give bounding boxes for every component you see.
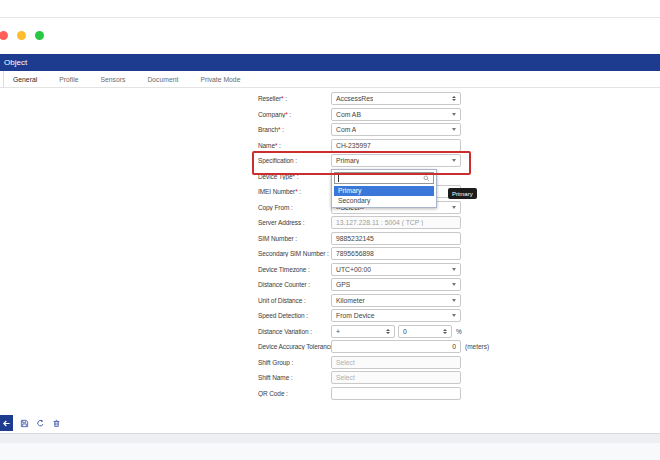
zoom-button[interactable] bbox=[35, 31, 44, 40]
back-button[interactable] bbox=[0, 415, 13, 431]
device-timezone-select[interactable]: UTC+00:00 bbox=[331, 263, 461, 276]
dropdown-option-secondary[interactable]: Secondary bbox=[334, 196, 434, 206]
dropdown-arrow-icon bbox=[452, 206, 456, 209]
shift-name-value: Select bbox=[336, 374, 355, 381]
device-type-dropdown: PrimarySecondary bbox=[331, 169, 437, 208]
shift-group-input: Select bbox=[331, 356, 461, 369]
device-timezone-value: UTC+00:00 bbox=[336, 266, 371, 273]
window-title: Object bbox=[4, 58, 27, 67]
field-row-reseller: Reseller* :AccsessRes bbox=[0, 91, 660, 107]
dropdown-arrow-icon bbox=[452, 283, 456, 286]
tabbar-divider bbox=[3, 71, 4, 87]
delete-button[interactable] bbox=[52, 414, 61, 432]
reseller-label: Reseller* : bbox=[258, 95, 331, 102]
desktop-background bbox=[0, 443, 660, 460]
qr-code-input[interactable] bbox=[331, 387, 461, 400]
distance-variation-value: 0 bbox=[403, 328, 407, 335]
minimize-button[interactable] bbox=[17, 31, 26, 40]
primary-tooltip: Primary bbox=[448, 188, 477, 199]
dropdown-search-input[interactable] bbox=[334, 172, 434, 184]
device-accuracy-tolerance-label: Device Accuracy Tolerance : bbox=[258, 343, 331, 350]
bottom-band bbox=[0, 434, 660, 443]
required-asterisk: * bbox=[293, 173, 295, 180]
dropdown-arrow-icon bbox=[452, 113, 456, 116]
field-row-distance-counter: Distance Counter :GPS bbox=[0, 277, 660, 293]
top-divider bbox=[0, 17, 660, 18]
required-asterisk: * bbox=[295, 188, 297, 195]
field-row-shift-group: Shift Group :Select bbox=[0, 355, 660, 371]
field-row-speed-detection: Speed Detection :From Device bbox=[0, 308, 660, 324]
secondary-sim-number-label: Secondary SIM Number : bbox=[258, 250, 331, 257]
shift-name-input: Select bbox=[331, 371, 461, 384]
trash-icon bbox=[52, 414, 61, 432]
distance-counter-value: GPS bbox=[336, 281, 350, 288]
dropdown-option-list: PrimarySecondary bbox=[334, 186, 434, 205]
tab-profile[interactable]: Profile bbox=[59, 76, 78, 83]
device-accuracy-tolerance-unit-label: (meters) bbox=[465, 343, 489, 350]
required-asterisk: * bbox=[278, 126, 280, 133]
tab-document[interactable]: Document bbox=[147, 76, 178, 83]
distance-variation-sign-value: + bbox=[336, 328, 340, 335]
save-button[interactable] bbox=[20, 414, 29, 432]
object-form: Reseller* :AccsessResCompany* :Com ABBra… bbox=[0, 91, 660, 401]
specification-value: Primary bbox=[336, 157, 359, 164]
required-asterisk: * bbox=[275, 142, 277, 149]
dropdown-option-primary[interactable]: Primary bbox=[334, 186, 434, 196]
window-titlebar: Object bbox=[0, 54, 660, 71]
secondary-sim-number-input[interactable]: 7895656898 bbox=[331, 247, 461, 260]
close-button[interactable] bbox=[0, 31, 8, 40]
field-row-distance-variation: Distance Variation :+0% bbox=[0, 324, 660, 340]
field-row-shift-name: Shift Name :Select bbox=[0, 370, 660, 386]
device-timezone-label: Device Timezone : bbox=[258, 266, 331, 273]
distance-variation-value-input[interactable]: 0 bbox=[398, 325, 452, 338]
device-accuracy-tolerance-input[interactable]: 0 bbox=[331, 340, 461, 353]
footer-toolbar bbox=[0, 414, 61, 431]
arrow-left-icon bbox=[2, 414, 11, 432]
tab-private-mode[interactable]: Private Mode bbox=[200, 76, 240, 83]
required-asterisk: * bbox=[285, 111, 287, 118]
tab-sensors[interactable]: Sensors bbox=[100, 76, 125, 83]
distance-counter-select[interactable]: GPS bbox=[331, 278, 461, 291]
stepper-icon bbox=[386, 329, 390, 334]
reset-button[interactable] bbox=[36, 414, 45, 432]
unit-of-distance-value: Kilometer bbox=[336, 297, 365, 304]
shift-group-label: Shift Group : bbox=[258, 359, 331, 366]
field-row-copy-from: Copy From :--Select-- bbox=[0, 200, 660, 216]
field-row-device-accuracy-tolerance: Device Accuracy Tolerance :0(meters) bbox=[0, 339, 660, 355]
sim-number-value: 9885232145 bbox=[336, 235, 374, 242]
stepper-icon bbox=[452, 96, 456, 101]
reseller-value: AccsessRes bbox=[336, 95, 373, 102]
field-row-branch: Branch* :Com A bbox=[0, 122, 660, 138]
required-asterisk: * bbox=[281, 95, 283, 102]
field-row-name: Name* :CH-235997 bbox=[0, 138, 660, 154]
speed-detection-label: Speed Detection : bbox=[258, 312, 331, 319]
specification-select[interactable]: Primary bbox=[331, 154, 461, 167]
name-value: CH-235997 bbox=[336, 142, 371, 149]
imei-number-label: IMEI Number* : bbox=[258, 188, 331, 195]
unit-of-distance-label: Unit of Distance : bbox=[258, 297, 331, 304]
field-row-company: Company* :Com AB bbox=[0, 107, 660, 123]
device-type-label: Device Type* : bbox=[258, 173, 331, 180]
dropdown-arrow-icon bbox=[452, 268, 456, 271]
speed-detection-select[interactable]: From Device bbox=[331, 309, 461, 322]
name-input[interactable]: CH-235997 bbox=[331, 139, 461, 152]
tab-general[interactable]: General bbox=[13, 76, 37, 83]
field-row-device-timezone: Device Timezone :UTC+00:00 bbox=[0, 262, 660, 278]
dropdown-arrow-icon bbox=[452, 299, 456, 302]
secondary-sim-number-value: 7895656898 bbox=[336, 250, 374, 257]
field-row-server-address: Server Address :13.127.228.11 : 5004 ( T… bbox=[0, 215, 660, 231]
field-row-imei-number: IMEI Number* : bbox=[0, 184, 660, 200]
dropdown-arrow-icon bbox=[452, 314, 456, 317]
specification-label: Specification : bbox=[258, 157, 331, 164]
branch-select[interactable]: Com A bbox=[331, 123, 461, 136]
speed-detection-value: From Device bbox=[336, 312, 375, 319]
reseller-select[interactable]: AccsessRes bbox=[331, 92, 461, 105]
company-select[interactable]: Com AB bbox=[331, 108, 461, 121]
distance-variation-sign-select[interactable]: + bbox=[331, 325, 395, 338]
name-label: Name* : bbox=[258, 142, 331, 149]
object-window: Object GeneralProfileSensorsDocumentPriv… bbox=[0, 0, 660, 460]
search-icon bbox=[423, 175, 430, 182]
sim-number-input[interactable]: 9885232145 bbox=[331, 232, 461, 245]
qr-code-label: QR Code : bbox=[258, 390, 331, 397]
unit-of-distance-select[interactable]: Kilometer bbox=[331, 294, 461, 307]
